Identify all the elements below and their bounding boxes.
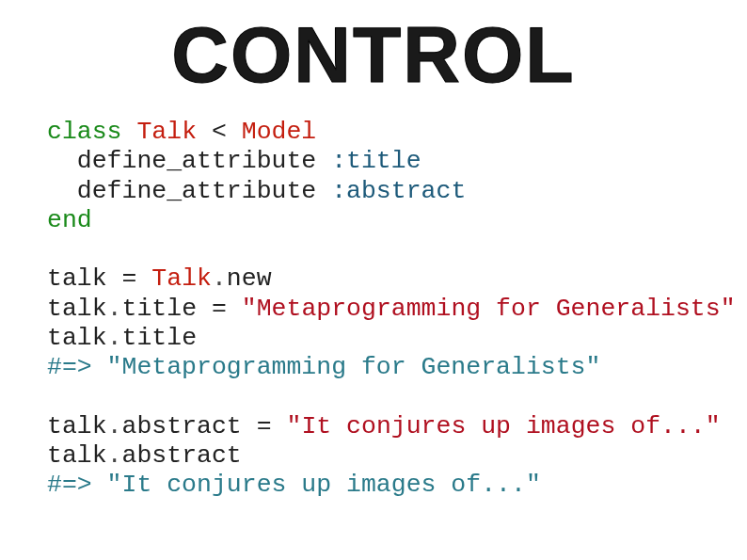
string-literal: "It conjures up images of..." <box>286 412 720 440</box>
symbol-title: :title <box>331 147 421 175</box>
attr-title: title <box>122 295 198 323</box>
attr-abstract: abstract <box>122 441 242 470</box>
dot: . <box>107 412 122 440</box>
symbol-abstract: :abstract <box>331 177 466 205</box>
method-call: define_attribute <box>47 177 331 205</box>
code-block: class Talk < Model define_attribute :tit… <box>0 118 747 500</box>
operator-eq: = <box>197 295 242 323</box>
dot: . <box>107 441 122 470</box>
comment-output: #=> "It conjures up images of..." <box>47 471 541 499</box>
class-name-talk: Talk <box>136 264 212 293</box>
dot: . <box>212 264 227 293</box>
dot: . <box>107 324 122 352</box>
slide-title: Control <box>0 9 747 101</box>
string-literal: "Metaprogramming for Generalists" <box>242 295 736 323</box>
keyword-class: class <box>47 118 122 146</box>
var-talk: talk <box>47 441 107 470</box>
var-talk: talk <box>47 295 107 323</box>
comment-output: #=> "Metaprogramming for Generalists" <box>47 353 600 381</box>
attr-title: title <box>122 324 198 352</box>
method-new: new <box>227 264 272 293</box>
operator-eq: = <box>122 264 137 293</box>
attr-abstract: abstract <box>122 412 242 440</box>
class-name-talk: Talk <box>122 118 198 146</box>
var-talk: talk <box>47 412 107 440</box>
var-talk: talk <box>47 264 122 293</box>
keyword-end: end <box>47 206 92 234</box>
method-call: define_attribute <box>47 147 331 175</box>
operator-lt: < <box>197 118 242 146</box>
var-talk: talk <box>47 324 107 352</box>
operator-eq: = <box>242 412 287 440</box>
class-name-model: Model <box>242 118 317 146</box>
dot: . <box>107 295 122 323</box>
